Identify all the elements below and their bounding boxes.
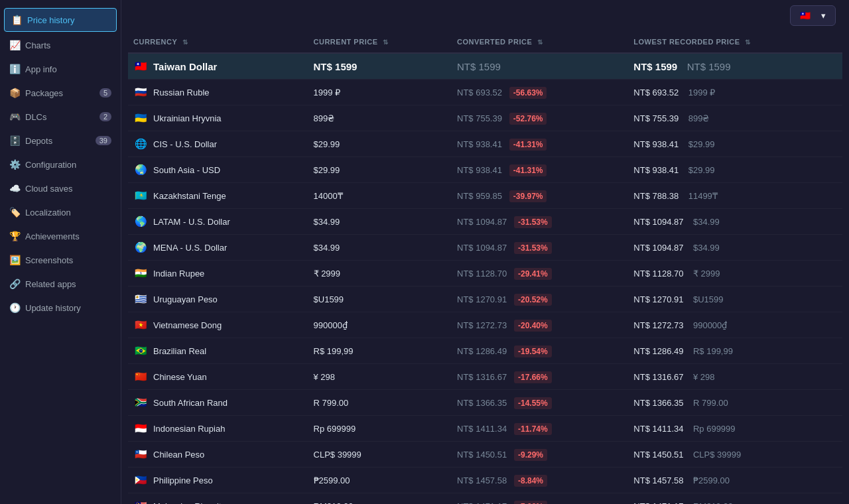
hl-lowest-current: NT$ 1599 [633, 61, 677, 72]
flag-4: 🇰🇿 [133, 188, 148, 203]
currency-cell-12: 🇿🇦 South African Rand [128, 390, 308, 416]
sidebar-item-achievements[interactable]: 🏆Achievements [0, 224, 121, 248]
lowest-current-11: NT$ 1316.67 [633, 372, 683, 382]
currency-name-2: CIS - U.S. Dollar [153, 139, 217, 149]
sidebar-item-label-related-apps: Related apps [25, 279, 76, 289]
highlighted-row: 🇹🇼 Taiwan Dollar NT$ 1599 NT$ 1599 NT$ 1… [128, 53, 842, 80]
col-current-price[interactable]: CURRENT PRICE ⇅ [308, 31, 452, 53]
current-price-cell-8: $U1599 [308, 286, 452, 312]
pct-change-11: -17.66% [514, 371, 552, 383]
flag-11: 🇨🇳 [133, 369, 148, 384]
sidebar-item-localization[interactable]: 🏷️Localization [0, 200, 121, 224]
lowest-price-value-9: 990000₫ [693, 320, 727, 330]
price-value-12: R 799.00 [314, 398, 349, 408]
current-price-cell-6: $34.99 [308, 235, 452, 261]
sidebar-item-configuration[interactable]: ⚙️Configuration [0, 153, 121, 176]
converted-value-16: NT$ 1471.17 [457, 501, 507, 505]
flag-14: 🇨🇱 [133, 447, 148, 462]
pct-change-0: -56.63% [509, 87, 547, 99]
sidebar-item-cloud-saves[interactable]: ☁️Cloud saves [0, 176, 121, 200]
price-table: CURRENCY ⇅ CURRENT PRICE ⇅ CONVERTED PRI… [128, 31, 842, 504]
sidebar-item-depots[interactable]: 🗄️Depots39 [0, 129, 121, 153]
flag-13: 🇮🇩 [133, 421, 148, 436]
currency-cell-15: 🇵🇭 Philippine Peso [128, 468, 308, 493]
badge-depots: 39 [96, 136, 111, 145]
currency-cell-4: 🇰🇿 Kazakhstani Tenge [128, 183, 308, 209]
sidebar-item-label-price-history: Price history [27, 15, 75, 25]
converted-price-cell-5: NT$ 1094.87 -31.53% [452, 209, 628, 235]
currency-cell-8: 🇺🇾 Uruguayan Peso [128, 286, 308, 312]
packages-icon: 📦 [9, 88, 20, 98]
table-row: 🇨🇱 Chilean Peso CLP$ 39999 NT$ 1450.51 -… [128, 442, 842, 468]
converted-value-12: NT$ 1366.35 [457, 398, 507, 408]
lowest-price-cell-11: NT$ 1316.67 ¥ 298 [628, 364, 842, 390]
set-currency-button[interactable]: 🇹🇼 ▾ [790, 5, 836, 26]
converted-value-4: NT$ 959.85 [457, 191, 502, 201]
sidebar-item-label-update-history: Update history [25, 303, 81, 313]
sidebar-item-price-history[interactable]: 📋Price history [4, 8, 117, 32]
lowest-current-4: NT$ 788.38 [633, 191, 679, 201]
app-info-icon: ℹ️ [9, 64, 20, 74]
table-row: 🇨🇳 Chinese Yuan ¥ 298 NT$ 1316.67 -17.66… [128, 364, 842, 390]
sidebar-item-screenshots[interactable]: 🖼️Screenshots [0, 248, 121, 272]
currency-name-8: Uruguayan Peso [153, 294, 218, 304]
converted-value-13: NT$ 1411.34 [457, 424, 507, 434]
table-row: 🌎 LATAM - U.S. Dollar $34.99 NT$ 1094.87… [128, 209, 842, 235]
price-value-9: 990000₫ [314, 320, 348, 330]
flag-9: 🇻🇳 [133, 318, 148, 332]
price-table-container[interactable]: CURRENCY ⇅ CURRENT PRICE ⇅ CONVERTED PRI… [121, 31, 849, 504]
pct-change-3: -41.31% [509, 164, 547, 176]
converted-price-cell-16: NT$ 1471.17 -7.99% [452, 493, 628, 505]
converted-price-cell-11: NT$ 1316.67 -17.66% [452, 364, 628, 390]
lowest-price-value-2: $29.99 [688, 139, 715, 149]
flag-12: 🇿🇦 [133, 395, 148, 410]
sidebar-item-charts[interactable]: 📈Charts [0, 33, 121, 57]
configuration-icon: ⚙️ [9, 159, 20, 170]
screenshots-icon: 🖼️ [9, 255, 20, 265]
price-value-15: ₱2599.00 [314, 475, 350, 485]
table-row: 🇺🇾 Uruguayan Peso $U1599 NT$ 1270.91 -20… [128, 286, 842, 312]
lowest-price-value-6: $34.99 [693, 243, 720, 253]
badge-packages: 5 [99, 88, 111, 97]
currency-name-0: Russian Ruble [153, 88, 210, 97]
achievements-icon: 🏆 [9, 231, 20, 241]
converted-value-0: NT$ 693.52 [457, 88, 502, 97]
lowest-price-value-4: 11499₸ [688, 191, 718, 201]
lowest-price-value-16: RM219.00 [693, 501, 733, 505]
col-converted-price[interactable]: CONVERTED PRICE ⇅ [452, 31, 628, 53]
current-price-cell-5: $34.99 [308, 209, 452, 235]
sidebar-item-related-apps[interactable]: 🔗Related apps [0, 272, 121, 296]
sidebar-item-dlcs[interactable]: 🎮DLCs2 [0, 105, 121, 129]
sidebar-item-app-info[interactable]: ℹ️App info [0, 57, 121, 81]
lowest-current-3: NT$ 938.41 [633, 165, 679, 175]
current-price-cell-0: 1999 ₽ [308, 80, 452, 105]
col-currency[interactable]: CURRENCY ⇅ [128, 31, 308, 53]
lowest-current-6: NT$ 1094.87 [633, 243, 683, 253]
lowest-current-13: NT$ 1411.34 [633, 424, 683, 434]
hl-current-price: NT$ 1599 [308, 53, 452, 80]
converted-value-5: NT$ 1094.87 [457, 217, 507, 227]
currency-name-1: Ukrainian Hryvnia [153, 113, 222, 123]
sidebar-item-update-history[interactable]: 🕐Update history [0, 296, 121, 320]
col-lowest-price[interactable]: LOWEST RECORDED PRICE ⇅ [628, 31, 842, 53]
price-value-16: RM219.00 [314, 501, 354, 505]
converted-price-cell-15: NT$ 1457.58 -8.84% [452, 468, 628, 493]
price-value-14: CLP$ 39999 [314, 450, 361, 460]
sidebar-item-packages[interactable]: 📦Packages5 [0, 81, 121, 105]
col-lowest-price-label: LOWEST RECORDED PRICE [633, 38, 740, 46]
current-price-cell-3: $29.99 [308, 157, 452, 183]
converted-price-cell-4: NT$ 959.85 -39.97% [452, 183, 628, 209]
lowest-current-2: NT$ 938.41 [633, 139, 679, 149]
converted-value-1: NT$ 755.39 [457, 113, 502, 123]
sidebar-item-label-screenshots: Screenshots [25, 255, 73, 265]
currency-name-3: South Asia - USD [153, 165, 220, 175]
lowest-price-cell-14: NT$ 1450.51 CLP$ 39999 [628, 442, 842, 468]
topbar: 🇹🇼 ▾ [121, 0, 849, 31]
converted-value-15: NT$ 1457.58 [457, 475, 507, 485]
lowest-current-0: NT$ 693.52 [633, 88, 679, 97]
sidebar-item-label-depots: Depots [25, 136, 52, 146]
cloud-saves-icon: ☁️ [9, 183, 20, 194]
current-price-cell-9: 990000₫ [308, 312, 452, 338]
lowest-current-10: NT$ 1286.49 [633, 346, 683, 356]
lowest-price-value-1: 899₴ [688, 113, 710, 123]
